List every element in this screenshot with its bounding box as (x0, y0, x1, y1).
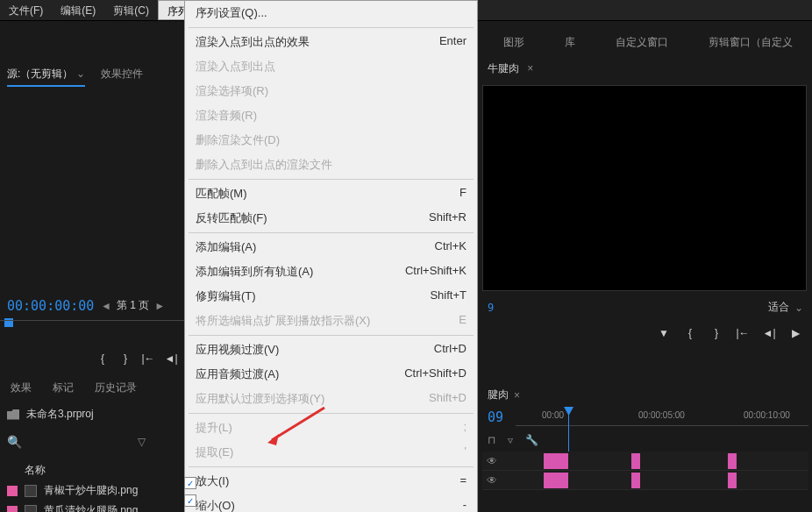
prev-page-icon[interactable]: ◄ (101, 300, 111, 312)
program-timecode[interactable]: 9 (488, 302, 494, 314)
clip[interactable] (544, 473, 568, 488)
shortcut: - (463, 498, 467, 512)
menu-zoom-out[interactable]: 缩小(O)- (185, 494, 477, 512)
marker-icon[interactable]: ▿ (508, 434, 513, 446)
video-track[interactable]: 👁 (482, 471, 808, 490)
program-viewer[interactable] (482, 85, 807, 291)
menu-render-in-out: 渲染入点到出点 (185, 54, 477, 79)
ruler-label: 00:00:10:00 (744, 410, 790, 420)
tab-graphics[interactable]: 图形 (496, 32, 531, 53)
project-header: 未命名3.prproj (7, 407, 94, 422)
play-icon[interactable]: ▶ (787, 325, 803, 341)
bin-item[interactable]: 黄瓜清炒火腿肠.png (7, 501, 182, 512)
workspace-tabs: 图形 库 自定义窗口 剪辑窗口（自定义 (488, 32, 812, 53)
close-icon[interactable]: × (514, 389, 520, 402)
clip[interactable] (728, 473, 737, 488)
bin-column-name[interactable]: 名称 (25, 463, 46, 478)
shortcut: ; (463, 420, 467, 436)
chevron-down-icon[interactable]: ⌄ (76, 68, 85, 80)
dropdown-checkboxes: ✓ ✓ (184, 477, 202, 512)
go-in-icon[interactable]: |← (140, 351, 156, 366)
snap-icon[interactable]: ⊓ (488, 434, 495, 446)
shortcut: E (459, 313, 467, 329)
menu-apply-audio[interactable]: 应用音频过渡(A)Ctrl+Shift+D (185, 362, 477, 387)
ruler-label: 00:00 (542, 410, 564, 420)
video-track[interactable]: 👁 (482, 452, 808, 471)
source-ruler[interactable] (0, 320, 184, 338)
bottom-panel-tabs: 效果 标记 历史记录 (11, 380, 137, 395)
shortcut: Shift+T (430, 288, 467, 304)
step-back-icon[interactable]: ◄| (163, 351, 179, 366)
tab-custom-window[interactable]: 自定义窗口 (609, 32, 675, 53)
bin-list: 青椒干炒牛腱肉.png 黄瓜清炒火腿肠.png (7, 480, 182, 512)
timeline-tools: ⊓ ▿ 🔧 (479, 429, 812, 452)
mark-in-icon[interactable]: ▼ (656, 325, 672, 341)
menu-zoom-in[interactable]: 放大(I)= (185, 469, 477, 494)
clip[interactable] (631, 473, 640, 488)
menu-render-in-out-effects[interactable]: 渲染入点到出点的效果Enter (185, 30, 477, 54)
file-icon (25, 505, 37, 513)
search-icon[interactable]: 🔍 (7, 435, 22, 449)
tab-markers[interactable]: 标记 (53, 380, 74, 395)
tab-library[interactable]: 库 (558, 32, 582, 53)
source-tab-noclip[interactable]: 源:（无剪辑）⌄ (7, 67, 85, 87)
go-in-icon[interactable]: |← (735, 325, 751, 341)
eye-icon[interactable]: 👁 (486, 474, 498, 487)
mark-in-icon[interactable]: { (95, 351, 110, 366)
filter-icon[interactable]: ▽ (138, 436, 146, 448)
snap-checkbox[interactable]: ✓ (184, 477, 196, 489)
timeline-timecode[interactable]: 09 (479, 406, 512, 429)
page-nav: ◄ 第 1 页 ► (101, 298, 165, 313)
menu-file[interactable]: 文件(F) (0, 0, 52, 20)
shortcut: Ctrl+D (434, 342, 467, 358)
menu-apply-default: 应用默认过渡到选择项(Y)Shift+D (185, 387, 477, 411)
menu-seq-settings[interactable]: 序列设置(Q)... (185, 1, 477, 25)
tab-clip-window[interactable]: 剪辑窗口（自定义 (702, 32, 800, 53)
menu-edit[interactable]: 编辑(E) (52, 0, 104, 20)
wrench-icon[interactable]: 🔧 (525, 434, 538, 446)
chevron-down-icon: ⌄ (794, 302, 803, 314)
mark-out-icon[interactable]: { (682, 325, 698, 341)
menu-match-frame[interactable]: 匹配帧(M)F (185, 181, 477, 206)
label-color (7, 486, 18, 496)
menu-render-audio: 渲染音频(R) (185, 103, 477, 128)
mark-out-icon[interactable]: } (709, 325, 724, 341)
source-panel: 源:（无剪辑）⌄ 效果控件 (0, 63, 184, 90)
mark-out-icon[interactable]: } (118, 351, 133, 366)
program-transport: ▼ { } |← ◄| ▶ (479, 320, 812, 346)
timeline-title[interactable]: 腱肉 × (479, 384, 812, 406)
folder-icon (7, 409, 19, 420)
menu-delete-render: 删除渲染文件(D) (185, 128, 477, 153)
shortcut: ' (465, 444, 467, 460)
menu-delete-render-in-out: 删除入点到出点的渲染文件 (185, 153, 477, 177)
clip[interactable] (544, 453, 568, 469)
timeline-tracks: 👁 👁 (482, 452, 808, 490)
tab-history[interactable]: 历史记录 (95, 380, 137, 395)
bin-item-name: 青椒干炒牛腱肉.png (44, 483, 138, 498)
menu-render-selection: 渲染选择项(R) (185, 79, 477, 103)
bin-item[interactable]: 青椒干炒牛腱肉.png (7, 480, 182, 501)
menu-reverse-match[interactable]: 反转匹配帧(F)Shift+R (185, 206, 477, 231)
program-title[interactable]: 牛腱肉 × (479, 56, 812, 82)
project-name: 未命名3.prproj (26, 407, 94, 422)
label-color (7, 506, 18, 513)
menu-apply-video[interactable]: 应用视频过渡(V)Ctrl+D (185, 338, 477, 362)
source-tab-effects[interactable]: 效果控件 (101, 67, 143, 87)
linked-checkbox[interactable]: ✓ (184, 494, 196, 507)
menu-add-edit[interactable]: 添加编辑(A)Ctrl+K (185, 235, 477, 260)
menu-clip[interactable]: 剪辑(C) (104, 0, 158, 20)
eye-icon[interactable]: 👁 (486, 455, 498, 467)
shortcut: = (459, 473, 467, 489)
clip[interactable] (728, 453, 737, 469)
step-back-icon[interactable]: ◄| (761, 325, 777, 341)
menu-add-edit-all[interactable]: 添加编辑到所有轨道(A)Ctrl+Shift+K (185, 260, 477, 284)
close-icon[interactable]: × (527, 62, 533, 75)
menu-trim-edit[interactable]: 修剪编辑(T)Shift+T (185, 284, 477, 309)
next-page-icon[interactable]: ► (154, 300, 165, 312)
source-timecode[interactable]: 00:00:00:00 (7, 298, 94, 314)
shortcut: Enter (439, 34, 467, 50)
tab-effects[interactable]: 效果 (11, 380, 32, 395)
search-input[interactable] (27, 433, 132, 450)
clip[interactable] (631, 453, 640, 469)
zoom-dropdown[interactable]: 适合 ⌄ (768, 300, 803, 315)
